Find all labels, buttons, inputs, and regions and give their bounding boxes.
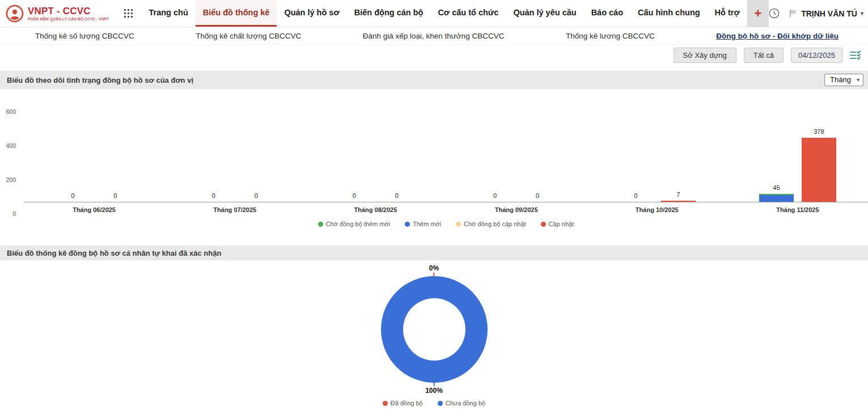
- x-axis-label: Tháng 10/2025: [587, 206, 727, 213]
- nav-item[interactable]: Biến động cán bộ: [347, 0, 431, 27]
- x-axis-label: Tháng 09/2025: [446, 206, 587, 213]
- bar-chart: 0200400600 000000000745378 Tháng 06/2025…: [0, 100, 868, 242]
- period-select[interactable]: Tháng ▾: [824, 74, 863, 86]
- donut-chart-area: 0% 100%: [381, 276, 488, 383]
- bar-group: 45378: [727, 100, 868, 202]
- subnav-item[interactable]: Đồng bộ hồ sơ - Đối khớp dữ liệu: [716, 32, 839, 40]
- bar-value-label: 0: [331, 192, 377, 199]
- bar-stack: 0: [56, 100, 90, 202]
- nav-item[interactable]: Quản lý hồ sơ: [277, 0, 346, 27]
- subnav: Thống kê số lượng CBCCVCThống kê chất lư…: [0, 27, 868, 45]
- bar-segments: [759, 194, 794, 202]
- bar-group: 07: [587, 100, 727, 202]
- bar-stack: 7: [661, 100, 696, 202]
- subnav-item[interactable]: Thống kê lương CBCCVC: [566, 32, 655, 40]
- bar-stack: 0: [337, 100, 371, 202]
- legend-label: Chờ đồng bộ thêm mới: [326, 221, 390, 227]
- user-name: TRỊNH VĂN TÚ: [801, 9, 857, 18]
- panel2-title: Biểu đồ thống kê đồng bộ hồ sơ cá nhân t…: [7, 249, 221, 257]
- nav-item[interactable]: Quản lý yêu cầu: [506, 0, 583, 27]
- bar-stack: 0: [196, 100, 231, 202]
- legend-item[interactable]: Chưa đồng bộ: [438, 400, 485, 406]
- donut-top-label: 0%: [429, 264, 439, 272]
- bar-segment[interactable]: [759, 195, 794, 202]
- brand-name: VNPT - CCVC: [28, 6, 109, 16]
- apps-grid-button[interactable]: [115, 0, 142, 27]
- main-nav: Trang chủBiểu đồ thống kêQuản lý hồ sơBi…: [142, 0, 747, 27]
- nav-item[interactable]: Báo cáo: [584, 0, 630, 27]
- list-settings-button[interactable]: [850, 50, 861, 60]
- legend-label: Thêm mới: [413, 221, 441, 227]
- subnav-item[interactable]: Đánh giá xếp loại, khen thưởng CBCCVC: [363, 32, 505, 40]
- x-axis-label: Tháng 06/2025: [24, 206, 164, 213]
- x-axis: Tháng 06/2025Tháng 07/2025Tháng 08/2025T…: [24, 206, 868, 213]
- y-axis-tick: 600: [6, 108, 16, 115]
- legend-item[interactable]: Đã đồng bộ: [383, 400, 423, 406]
- nav-item[interactable]: Trang chủ: [142, 0, 196, 27]
- chevron-down-icon: ▾: [861, 10, 863, 16]
- period-select-value: Tháng: [830, 75, 851, 84]
- bar-group: 00: [24, 100, 164, 202]
- bar-segment[interactable]: [661, 201, 696, 202]
- clock-icon: [769, 8, 780, 19]
- grid-icon: [124, 9, 133, 18]
- bar-value-label: 0: [92, 192, 138, 199]
- bar-value-label: 378: [796, 128, 842, 135]
- bar-stack: 0: [98, 100, 133, 202]
- bar-value-label: 0: [190, 192, 236, 199]
- unit-filter-button[interactable]: Sở Xây dựng: [674, 48, 736, 63]
- x-axis-label: Tháng 07/2025: [164, 206, 305, 213]
- legend-item[interactable]: Cập nhật: [541, 221, 574, 227]
- bar-group: 00: [305, 100, 446, 202]
- bar-stack: 0: [379, 100, 414, 202]
- x-axis-label: Tháng 11/2025: [727, 206, 868, 213]
- donut-bottom-marker: 100%: [425, 382, 443, 395]
- vnpt-logo-icon: [6, 5, 24, 23]
- nav-item[interactable]: Cơ cấu tổ chức: [430, 0, 506, 27]
- date-filter-button[interactable]: 04/12/2025: [791, 48, 842, 63]
- donut-chart[interactable]: [381, 276, 488, 383]
- legend-item[interactable]: Chờ đồng bộ cập nhật: [456, 221, 526, 227]
- x-axis-label: Tháng 08/2025: [305, 206, 446, 213]
- legend-dot-icon: [541, 222, 546, 227]
- subnav-item[interactable]: Thống kê số lượng CBCCVC: [35, 32, 134, 40]
- bar-value-label: 45: [753, 184, 799, 191]
- legend-dot-icon: [318, 222, 323, 227]
- nav-right: TRỊNH VĂN TÚ ▾: [769, 0, 868, 27]
- bar-group: 00: [446, 100, 587, 202]
- bar-value-label: 0: [50, 192, 96, 199]
- y-axis-tick: 200: [6, 176, 16, 183]
- bar-value-label: 0: [613, 192, 659, 199]
- bar-segments: [802, 138, 836, 202]
- panel1-title: Biểu đồ theo dõi tình trạng đồng bộ hồ s…: [7, 76, 193, 84]
- nav-item[interactable]: Biểu đồ thống kê: [196, 0, 277, 27]
- history-button[interactable]: [769, 8, 780, 19]
- bar-plot: 000000000745378: [24, 100, 868, 202]
- list-check-icon: [850, 50, 861, 60]
- bar-group: 00: [164, 100, 305, 202]
- self-declared-panel: Biểu đồ thống kê đồng bộ hồ sơ cá nhân t…: [0, 245, 868, 406]
- brand-text: VNPT - CCVC PHẦN MỀM QUẢN LÝ CÁN BỘ CCVC…: [28, 6, 109, 21]
- bar-segments: [661, 201, 696, 202]
- add-tab-button[interactable]: +: [747, 0, 769, 27]
- bar-stack: 0: [239, 100, 273, 202]
- nav-item[interactable]: Cấu hình chung: [630, 0, 708, 27]
- sync-status-panel: Biểu đồ theo dõi tình trạng đồng bộ hồ s…: [0, 71, 868, 242]
- bar-segment[interactable]: [802, 138, 836, 202]
- user-menu[interactable]: TRỊNH VĂN TÚ ▾: [789, 9, 863, 18]
- legend-item[interactable]: Thêm mới: [405, 221, 441, 227]
- y-axis: 0200400600: [0, 112, 19, 214]
- flag-icon: [789, 9, 798, 18]
- bar-value-label: 0: [472, 192, 518, 199]
- bar-stack: 0: [478, 100, 513, 202]
- top-navbar: VNPT - CCVC PHẦN MỀM QUẢN LÝ CÁN BỘ CCVC…: [0, 0, 868, 27]
- subnav-item[interactable]: Thống kê chất lượng CBCCVC: [196, 32, 301, 40]
- brand-logo[interactable]: VNPT - CCVC PHẦN MỀM QUẢN LÝ CÁN BỘ CCVC…: [0, 0, 115, 27]
- legend-item[interactable]: Chờ đồng bộ thêm mới: [318, 221, 390, 227]
- bar-stack: 45: [759, 100, 794, 202]
- bar-value-label: 0: [515, 192, 561, 199]
- bar-stack: 378: [802, 100, 836, 202]
- nav-item[interactable]: Hỗ trợ: [708, 0, 747, 27]
- y-axis-tick: 0: [12, 210, 16, 217]
- scope-filter-button[interactable]: Tất cả: [744, 48, 784, 63]
